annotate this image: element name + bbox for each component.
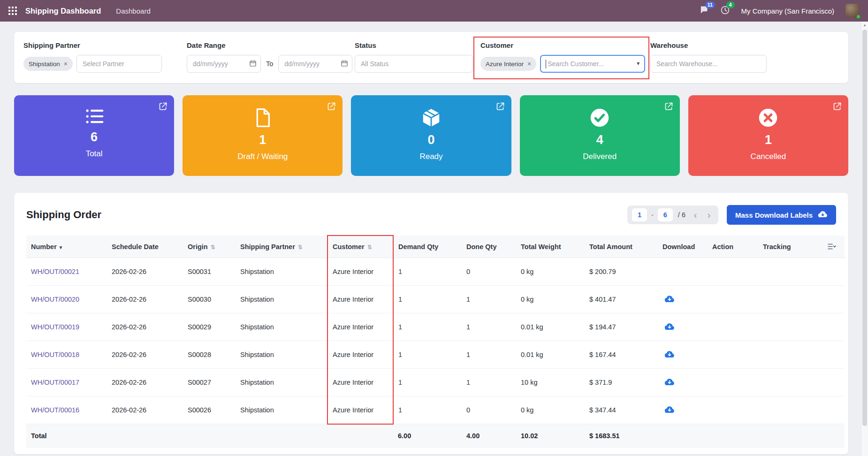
totals-cell: 10.02 [516, 424, 585, 448]
stat-card-draft-waiting[interactable]: 1 Draft / Waiting [183, 95, 343, 176]
download-label-icon[interactable] [664, 405, 675, 414]
stat-card-delivered[interactable]: 4 Delivered [520, 95, 680, 176]
cell-customer: Azure Interior [327, 258, 393, 286]
nav-dashboard[interactable]: Dashboard [116, 7, 150, 15]
sort-desc-icon[interactable]: ▾ [60, 244, 62, 250]
cell-tracking [758, 369, 823, 396]
external-link-icon[interactable] [664, 101, 674, 113]
order-number-link[interactable]: WH/OUT/00020 [31, 296, 79, 303]
stat-label: Cancelled [688, 152, 848, 161]
vertical-scrollbar[interactable]: ▲ [861, 22, 868, 456]
caret-down-icon[interactable]: ▾ [637, 60, 640, 67]
order-number-link[interactable]: WH/OUT/00016 [31, 406, 79, 414]
column-header-demand-qty[interactable]: Demand Qty [393, 236, 462, 258]
column-header-total-weight[interactable]: Total Weight [516, 236, 585, 258]
pagination-prev-icon[interactable]: ‹ [691, 210, 700, 220]
user-avatar[interactable] [845, 4, 860, 18]
stat-card-ready[interactable]: 0 Ready [351, 95, 511, 176]
stat-card-cancelled[interactable]: 1 Cancelled [688, 95, 848, 176]
column-header-tracking[interactable]: Tracking [758, 236, 823, 258]
download-label-icon[interactable] [664, 322, 675, 331]
column-header-shipping-partner[interactable]: Shipping Partner⇅ [236, 236, 327, 258]
order-number-link[interactable]: WH/OUT/00021 [31, 268, 79, 275]
scrollbar-thumb[interactable] [862, 30, 867, 426]
filter-date-range: Date Range To [187, 41, 355, 73]
cell-customer: Azure Interior [327, 313, 393, 341]
column-header-done-qty[interactable]: Done Qty [462, 236, 516, 258]
activities-button[interactable]: 4 [720, 5, 730, 17]
filter-warehouse: Warehouse [650, 41, 839, 73]
cell-download [658, 396, 708, 424]
cell-total-amount: $ 371.9 [585, 369, 658, 396]
date-from-input[interactable] [187, 55, 261, 73]
column-label: Total Amount [589, 243, 632, 251]
table-header-row: Number▾Schedule DateOrigin⇅Shipping Part… [26, 236, 845, 258]
sort-icon[interactable]: ⇅ [367, 244, 372, 251]
warehouse-search-input[interactable] [650, 55, 767, 73]
cell-download [658, 313, 708, 341]
cell-shipping-partner: Shipstation [236, 369, 327, 396]
external-link-icon[interactable] [832, 101, 842, 113]
cell-options [823, 258, 845, 286]
column-header-action[interactable]: Action [708, 236, 758, 258]
remove-tag-icon[interactable]: × [527, 60, 531, 68]
sort-icon[interactable]: ⇅ [298, 244, 303, 251]
customer-search-combobox[interactable]: ▾ [540, 55, 645, 73]
cell-total-amount: $ 401.47 [585, 286, 658, 313]
cell-action [708, 341, 758, 369]
filter-label: Status [355, 41, 480, 49]
column-label: Total Weight [521, 243, 561, 251]
order-number-link[interactable]: WH/OUT/00019 [31, 323, 79, 331]
company-switcher[interactable]: My Company (San Francisco) [741, 7, 834, 15]
external-link-icon[interactable] [495, 101, 505, 113]
cell-customer: Azure Interior [327, 341, 393, 369]
cell-demand-qty: 1 [393, 258, 462, 286]
customer-search-input[interactable] [541, 60, 624, 68]
filter-tag-shipstation[interactable]: Shipstation × [23, 57, 73, 71]
external-link-icon[interactable] [327, 101, 336, 113]
app-title[interactable]: Shipping Dashboard [25, 7, 101, 15]
partner-select-input[interactable] [76, 55, 162, 73]
column-header-origin[interactable]: Origin⇅ [183, 236, 236, 258]
cell-total-amount: $ 347.44 [585, 396, 658, 424]
download-label-icon[interactable] [664, 377, 675, 387]
pagination-start[interactable]: 1 [632, 208, 647, 221]
column-header-total-amount[interactable]: Total Amount [585, 236, 658, 258]
cell-action [708, 313, 758, 341]
order-number-link[interactable]: WH/OUT/00017 [31, 379, 79, 386]
cell-action [708, 286, 758, 313]
apps-menu-icon[interactable] [8, 6, 19, 16]
order-row: WH/OUT/000192026-02-26S00029ShipstationA… [26, 313, 845, 341]
mass-download-labels-button[interactable]: Mass Download Labels [727, 205, 836, 225]
pagination-next-icon[interactable]: › [704, 210, 714, 220]
column-header-number[interactable]: Number▾ [26, 236, 107, 258]
filter-label: Date Range [187, 41, 355, 49]
pagination-end[interactable]: 6 [658, 208, 673, 221]
cell-download [658, 369, 708, 396]
download-label-icon[interactable] [664, 350, 675, 359]
scroll-up-icon[interactable]: ▲ [861, 22, 868, 29]
cell-customer: Azure Interior [327, 396, 393, 424]
remove-tag-icon[interactable]: × [64, 60, 68, 68]
order-number-link[interactable]: WH/OUT/00018 [31, 351, 79, 358]
column-header-customer[interactable]: Customer⇅ [327, 236, 393, 258]
cell-schedule-date: 2026-02-26 [107, 286, 183, 313]
stat-label: Ready [351, 152, 511, 161]
external-link-icon[interactable] [158, 101, 168, 113]
cell-done-qty: 1 [462, 369, 516, 396]
column-header-schedule-date[interactable]: Schedule Date [107, 236, 183, 258]
messages-button[interactable]: 11 [699, 5, 709, 16]
date-to-input[interactable] [278, 55, 352, 73]
cell-demand-qty: 1 [393, 286, 462, 313]
status-select-input[interactable] [355, 55, 473, 73]
messages-badge: 11 [705, 1, 716, 8]
sort-icon[interactable]: ⇅ [211, 244, 215, 251]
cell-total-amount: $ 194.47 [585, 313, 658, 341]
filter-tag-azure-interior[interactable]: Azure Interior × [480, 57, 536, 71]
column-options-icon[interactable] [823, 236, 845, 258]
column-label: Schedule Date [112, 243, 159, 251]
package-icon [351, 107, 511, 128]
column-header-download[interactable]: Download [658, 236, 708, 258]
download-label-icon[interactable] [664, 294, 675, 304]
stat-card-total[interactable]: 6 Total [14, 95, 174, 176]
